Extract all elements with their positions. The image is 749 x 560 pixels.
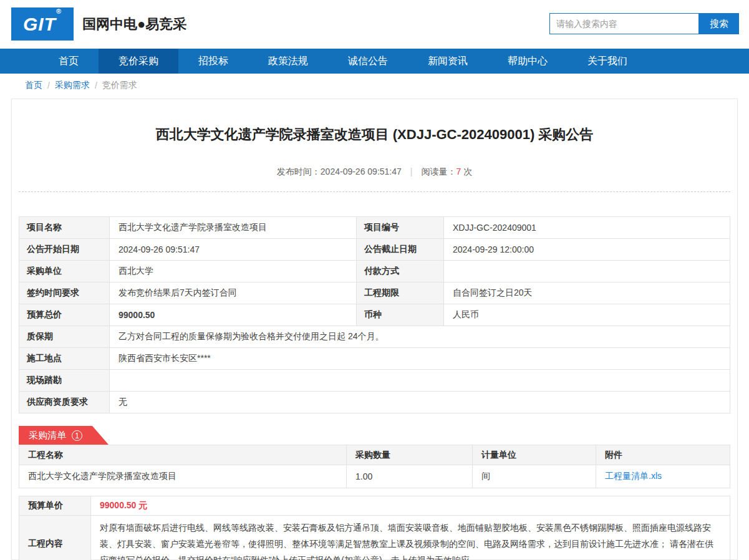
col-header-project-name: 工程名称 bbox=[19, 445, 347, 465]
breadcrumb-separator: / bbox=[95, 80, 97, 90]
currency-value: 人民币 bbox=[444, 304, 730, 326]
duration-value: 自合同签订之日20天 bbox=[444, 282, 730, 304]
payment-value bbox=[444, 261, 730, 282]
unit-price-value: 99000.50 元 bbox=[91, 496, 730, 516]
table-row: 签约时间要求 发布竞价结果后7天内签订合同 工程期限 自合同签订之日20天 bbox=[19, 282, 730, 304]
breadcrumb-purchase-demand[interactable]: 采购需求 bbox=[55, 80, 90, 91]
purchase-list-badge-label: 采购清单 bbox=[29, 426, 66, 445]
top-header: GIT® 国网中电●易竞采 搜索 bbox=[0, 0, 749, 49]
brand-title: 国网中电●易竞采 bbox=[82, 15, 186, 34]
work-content-value: 对原有墙面破坏后进行电线、网线等线路改装、安装石膏板及铝方通吊顶、墙面安装吸音板… bbox=[91, 516, 730, 560]
search-bar: 搜索 bbox=[549, 13, 739, 34]
location-label: 施工地点 bbox=[19, 348, 110, 370]
nav-item-news[interactable]: 新闻资讯 bbox=[408, 49, 488, 74]
nav-item-policy[interactable]: 政策法规 bbox=[248, 49, 328, 74]
purchase-list-count-badge: 1 bbox=[72, 430, 82, 441]
end-date-label: 公告截止日期 bbox=[357, 239, 444, 261]
project-detail-table: 项目名称 西北大学文化遗产学院录播室改造项目 项目编号 XDJJ-GC-2024… bbox=[19, 216, 730, 413]
site-visit-label: 现场踏勘 bbox=[19, 370, 110, 392]
duration-label: 工程期限 bbox=[357, 282, 444, 304]
dashed-divider bbox=[19, 191, 730, 192]
search-input[interactable] bbox=[549, 13, 699, 34]
breadcrumb: 首页 / 采购需求 / 竞价需求 bbox=[0, 74, 749, 97]
nav-item-help[interactable]: 帮助中心 bbox=[488, 49, 568, 74]
purchase-list-table: 工程名称 采购数量 计量单位 附件 西北大学文化遗产学院录播室改造项目 1.00… bbox=[19, 445, 730, 488]
price-content-table: 预算单价 99000.50 元 工程内容 对原有墙面破坏后进行电线、网线等线路改… bbox=[19, 496, 730, 560]
budget-label: 预算总价 bbox=[19, 304, 110, 326]
views-count: 7 bbox=[456, 167, 461, 176]
nav-item-bidding-purchase[interactable]: 竞价采购 bbox=[99, 49, 178, 74]
table-row: 施工地点 陕西省西安市长安区**** bbox=[19, 348, 730, 370]
breadcrumb-home[interactable]: 首页 bbox=[25, 80, 42, 91]
currency-label: 币种 bbox=[357, 304, 444, 326]
page-title: 西北大学文化遗产学院录播室改造项目 (XDJJ-GC-202409001) 采购… bbox=[19, 99, 730, 144]
publish-time-label: 发布时间： bbox=[277, 167, 321, 176]
warranty-value: 乙方对合同工程的质量保修期为验收合格并交付使用之日起 24个月。 bbox=[110, 326, 730, 348]
breadcrumb-current: 竞价需求 bbox=[102, 80, 137, 91]
end-date-value: 2024-09-29 12:00:00 bbox=[444, 239, 730, 261]
project-code-label: 项目编号 bbox=[357, 217, 444, 239]
project-name-value: 西北大学文化遗产学院录播室改造项目 bbox=[110, 217, 357, 239]
start-date-label: 公告开始日期 bbox=[19, 239, 110, 261]
sign-time-value: 发布竞价结果后7天内签订合同 bbox=[110, 282, 357, 304]
nav-item-home[interactable]: 首页 bbox=[39, 49, 99, 74]
purchase-list-badge: 采购清单 1 bbox=[19, 426, 109, 445]
budget-value: 99000.50 bbox=[110, 304, 357, 326]
list-unit: 间 bbox=[473, 465, 596, 488]
meta-divider: | bbox=[410, 167, 413, 176]
col-header-quantity: 采购数量 bbox=[347, 445, 473, 465]
table-row: 西北大学文化遗产学院录播室改造项目 1.00 间 工程量清单.xls bbox=[19, 465, 730, 488]
nav-item-tender[interactable]: 招投标 bbox=[178, 49, 248, 74]
start-date-value: 2024-09-26 09:51:47 bbox=[110, 239, 357, 261]
warranty-label: 质保期 bbox=[19, 326, 110, 348]
main-nav: 首页 竞价采购 招投标 政策法规 诚信公告 新闻资讯 帮助中心 关于我们 bbox=[0, 49, 749, 74]
unit-price-label: 预算单价 bbox=[19, 496, 91, 516]
work-content-label: 工程内容 bbox=[19, 516, 91, 560]
table-row: 质保期 乙方对合同工程的质量保修期为验收合格并交付使用之日起 24个月。 bbox=[19, 326, 730, 348]
table-row: 采购单位 西北大学 付款方式 bbox=[19, 261, 730, 282]
publish-time-value: 2024-09-26 09:51:47 bbox=[321, 167, 402, 176]
qualification-value: 无 bbox=[110, 392, 730, 413]
project-code-value: XDJJ-GC-202409001 bbox=[444, 217, 730, 239]
registered-mark-icon: ® bbox=[56, 7, 62, 15]
sign-time-label: 签约时间要求 bbox=[19, 282, 110, 304]
nav-item-integrity[interactable]: 诚信公告 bbox=[328, 49, 408, 74]
payment-label: 付款方式 bbox=[357, 261, 444, 282]
table-row: 预算单价 99000.50 元 bbox=[19, 496, 730, 516]
col-header-unit: 计量单位 bbox=[473, 445, 596, 465]
attachment-link[interactable]: 工程量清单.xls bbox=[605, 471, 662, 481]
list-quantity: 1.00 bbox=[347, 465, 473, 488]
views-label: 阅读量： bbox=[421, 167, 456, 176]
table-row: 现场踏勘 bbox=[19, 370, 730, 392]
table-row: 项目名称 西北大学文化遗产学院录播室改造项目 项目编号 XDJJ-GC-2024… bbox=[19, 217, 730, 239]
table-row: 供应商资质要求 无 bbox=[19, 392, 730, 413]
location-value: 陕西省西安市长安区**** bbox=[110, 348, 730, 370]
logo-text: GIT® bbox=[23, 14, 62, 35]
site-visit-value bbox=[110, 370, 730, 392]
qualification-label: 供应商资质要求 bbox=[19, 392, 110, 413]
table-row: 预算总价 99000.50 币种 人民币 bbox=[19, 304, 730, 326]
article-meta: 发布时间：2024-09-26 09:51:47|阅读量：7 次 bbox=[19, 167, 730, 178]
col-header-attachment: 附件 bbox=[596, 445, 730, 465]
table-row: 公告开始日期 2024-09-26 09:51:47 公告截止日期 2024-0… bbox=[19, 239, 730, 261]
nav-item-about[interactable]: 关于我们 bbox=[568, 49, 647, 74]
search-button[interactable]: 搜索 bbox=[699, 13, 739, 34]
purchaser-label: 采购单位 bbox=[19, 261, 110, 282]
announcement-card: 西北大学文化遗产学院录播室改造项目 (XDJJ-GC-202409001) 采购… bbox=[11, 99, 738, 560]
project-name-label: 项目名称 bbox=[19, 217, 110, 239]
table-row: 工程内容 对原有墙面破坏后进行电线、网线等线路改装、安装石膏板及铝方通吊顶、墙面… bbox=[19, 516, 730, 560]
views-unit: 次 bbox=[463, 167, 472, 176]
breadcrumb-separator: / bbox=[47, 80, 50, 90]
table-header-row: 工程名称 采购数量 计量单位 附件 bbox=[19, 445, 730, 465]
list-project-name: 西北大学文化遗产学院录播室改造项目 bbox=[19, 465, 347, 488]
purchaser-value: 西北大学 bbox=[110, 261, 357, 282]
site-logo[interactable]: GIT® bbox=[11, 7, 74, 41]
